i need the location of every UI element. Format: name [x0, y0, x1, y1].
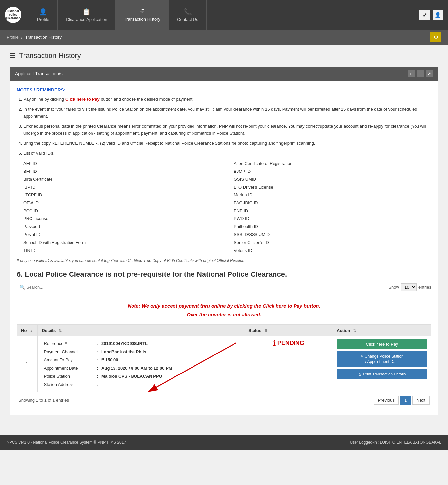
click-here-to-pay-button[interactable]: Click here to Pay — [337, 339, 427, 349]
nav-items: 👤 Profile 📋 Clearance Application 🖨 Tran… — [29, 0, 415, 30]
profile-icon: 👤 — [39, 8, 47, 16]
valid-id-item: TIN ID — [23, 247, 221, 254]
valid-id-item: LTO Driver's License — [234, 183, 431, 191]
station-value: Malolos CPS - BULACAN PPO — [100, 373, 239, 380]
status-info-icon: ℹ — [273, 339, 275, 348]
search-box: 🔍 — [17, 283, 88, 291]
breadcrumb-current: Transaction History — [25, 35, 62, 40]
previous-button[interactable]: Previous — [374, 396, 399, 405]
sort-details-icon: ⇅ — [59, 329, 62, 333]
col-no: No ▲ — [17, 324, 38, 336]
edit-icon: ✎ — [360, 354, 364, 359]
page-title-text: Transaction History — [19, 51, 81, 60]
nav-item-transaction[interactable]: 🖨 Transaction History — [116, 0, 169, 30]
panel-minimize-button[interactable]: — — [417, 70, 424, 77]
table-row: 1. Reference # : 20191004YKD90SJRTL — [17, 336, 431, 392]
ref-label: Reference # — [42, 340, 95, 347]
address-colon: : — [95, 381, 99, 388]
valid-id-item: AFP ID — [23, 160, 221, 168]
nav-item-clearance[interactable]: 📋 Clearance Application — [58, 0, 116, 30]
cell-status: ℹ PENDING — [244, 336, 333, 392]
clearance-icon: 📋 — [82, 8, 91, 16]
valid-id-item: IBP ID — [23, 183, 221, 191]
cell-action: Click here to Pay ✎ Change Police Statio… — [333, 336, 431, 392]
footer-right: User Logged-in : LUISITO ENTELA BATONGBA… — [350, 440, 441, 445]
applicant-transactions-panel: Applicant Transaction/s □ — ⤢ NOTES / RE… — [10, 67, 438, 415]
valid-id-item: Philhealth ID — [234, 223, 431, 231]
payment-channel-label: Payment Channel — [42, 348, 95, 355]
entries-select[interactable]: 10 25 50 — [401, 283, 417, 291]
click-here-to-pay-link[interactable]: Click here to Pay — [65, 97, 100, 102]
valid-id-item: Voter's ID — [234, 247, 431, 254]
valid-id-item: LTOPF ID — [23, 191, 221, 199]
amount-colon: : — [95, 356, 99, 364]
cell-no: 1. — [17, 336, 38, 392]
valid-id-item: PRC License — [23, 215, 221, 223]
panel-controls: □ — ⤢ — [408, 70, 433, 77]
appointment-value: Aug 13, 2020 / 8:00 AM to 12:00 PM — [100, 364, 239, 372]
panel-expand-button[interactable]: ⤢ — [426, 70, 433, 77]
nav-label-transaction: Transaction History — [124, 17, 161, 22]
data-table: No ▲ Details ⇅ Status ⇅ — [17, 324, 431, 392]
nav-label-clearance: Clearance Application — [66, 17, 107, 22]
valid-id-item: PWD ID — [234, 215, 431, 223]
next-button[interactable]: Next — [412, 396, 430, 405]
panel-header: Applicant Transaction/s □ — ⤢ — [10, 67, 438, 81]
navbar: National PoliceClearance 👤 Profile 📋 Cle… — [0, 0, 448, 30]
nav-item-profile[interactable]: 👤 Profile — [29, 0, 58, 30]
payment-channel-colon: : — [95, 348, 99, 355]
panel-title: Applicant Transaction/s — [15, 71, 63, 76]
show-entries: Show 10 25 50 entries — [388, 283, 431, 291]
search-input[interactable] — [26, 285, 85, 290]
nav-label-profile: Profile — [37, 17, 49, 22]
breadcrumb: Profile / Transaction History ⚙ — [0, 30, 448, 45]
valid-ids-col1: AFP IDBFP IDBirth CertificateIBP IDLTOPF… — [23, 160, 221, 254]
notes-list: Pay online by clicking Click here to Pay… — [17, 96, 431, 254]
sort-action-icon: ⇅ — [353, 329, 356, 333]
panel-restore-button[interactable]: □ — [408, 70, 415, 77]
breadcrumb-profile[interactable]: Profile — [7, 35, 19, 40]
search-icon: 🔍 — [20, 285, 25, 290]
page-title-icon: ☰ — [10, 52, 16, 60]
note-item-4: Bring the copy REFERENCE NUMBER, (2) val… — [23, 140, 431, 147]
valid-id-item: Marina ID — [234, 191, 431, 199]
table-header: No ▲ Details ⇅ Status ⇅ — [17, 324, 431, 336]
valid-ids-col2: Alien Certificate of RegistrationBJMP ID… — [234, 160, 431, 254]
valid-id-item: OFW ID — [23, 199, 221, 207]
col-action: Action ⇅ — [333, 324, 431, 336]
print-transaction-button[interactable]: 🖨 Print Transaction Details — [337, 369, 427, 379]
sort-status-icon: ⇅ — [264, 329, 267, 333]
nav-right-controls: ⤢ 👤 — [415, 0, 448, 30]
valid-ids-table: AFP IDBFP IDBirth CertificateIBP IDLTOPF… — [23, 160, 431, 254]
nav-item-contact[interactable]: 📞 Contact Us — [169, 0, 207, 30]
ref-value: 20191004YKD90SJRTL — [100, 340, 239, 347]
resize-button[interactable]: ⤢ — [419, 10, 430, 20]
settings-button[interactable]: ⚙ — [430, 32, 441, 42]
valid-id-item: GSIS UMID — [234, 175, 431, 183]
brand-icon: National PoliceClearance — [5, 7, 21, 23]
note-item-5: List of Valid ID's. AFP IDBFP IDBirth Ce… — [23, 150, 431, 254]
show-label: Show — [388, 285, 399, 290]
arrow-container: No ▲ Details ⇅ Status ⇅ — [17, 324, 431, 392]
note-item-3: Erroneous personal data in the printed C… — [23, 123, 431, 137]
page-1-button[interactable]: 1 — [400, 396, 411, 405]
station-label: Police Station — [42, 373, 95, 380]
appointment-label: Appointment Date — [42, 364, 95, 372]
change-police-station-button[interactable]: ✎ Change Police Station/ Appointment Dat… — [337, 351, 427, 368]
payment-channel-value: LandBank of the Phils. — [100, 348, 239, 355]
table-body: 1. Reference # : 20191004YKD90SJRTL — [17, 336, 431, 392]
valid-id-item: SSS ID/SSS UMID — [234, 231, 431, 239]
user-button[interactable]: 👤 — [433, 10, 443, 20]
payment-note: Note: We only accept payment thru online… — [17, 296, 431, 324]
amount-label: Amount To Pay — [42, 356, 95, 364]
valid-id-item: Birth Certificate — [23, 175, 221, 183]
valid-id-item: PCG ID — [23, 207, 221, 215]
italic-note: If only one valid ID is available, you c… — [17, 258, 431, 263]
status-pending: ℹ PENDING — [248, 339, 329, 348]
showing-entries: Showing 1 to 1 of 1 entries — [18, 398, 69, 403]
contact-icon: 📞 — [184, 8, 192, 16]
address-value — [100, 381, 239, 388]
brand-logo[interactable]: National PoliceClearance — [0, 0, 29, 30]
valid-id-item: PNP ID — [234, 207, 431, 215]
site-footer: NPCS ver1.0 - National Police Clearance … — [0, 435, 448, 450]
